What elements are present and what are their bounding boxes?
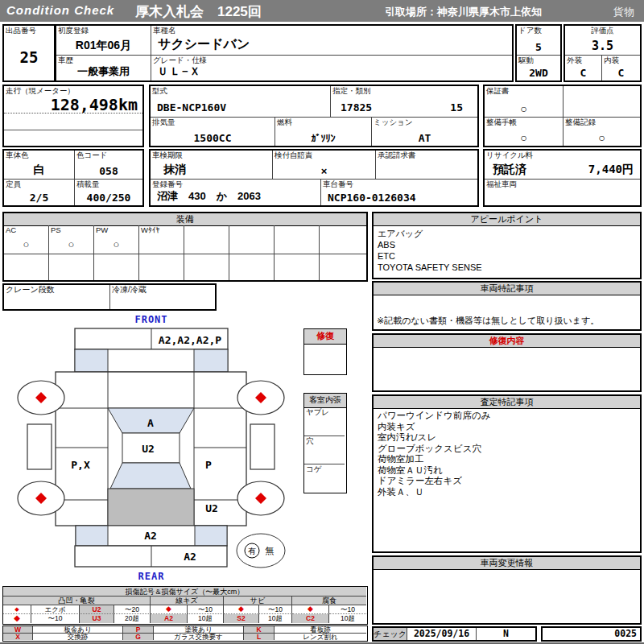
interior-label: 内装 — [604, 56, 619, 64]
warranty-value: ○ — [485, 102, 563, 115]
equip-cell-pw: PW ○ — [94, 225, 139, 254]
legend-box: 損傷記号＆損傷サイズ（〜最大cm） 凸凹・亀裂 線キズ サビ 腐食 ◆ エクボ … — [2, 586, 368, 625]
interior-value: C — [602, 67, 640, 79]
equip-label-wtire: Wﾀｲﾔ — [141, 226, 159, 234]
legend-title: 損傷記号＆損傷サイズ（〜最大cm） — [3, 587, 366, 597]
maintenance-record-value: ○ — [564, 131, 640, 144]
load-label: 積載量 — [76, 180, 100, 188]
legend-r1c5: 〜10 — [188, 605, 224, 614]
first-registration-label: 初度登録 — [58, 27, 89, 35]
check-inspector-cell: N — [477, 628, 535, 640]
fuel-cell: 燃料 ｶﾞｿﾘﾝ — [275, 118, 372, 146]
displacement-value: 1500CC — [151, 132, 275, 144]
freezer-cell: 冷凍/冷蔵 — [110, 285, 215, 309]
reg-number-label: 登録番号 — [152, 180, 183, 188]
equip-cell-r2-3 — [94, 254, 139, 280]
code-p: P — [123, 626, 154, 634]
score-box: 評価点 3.5 外装 C 内装 C — [564, 24, 642, 82]
model-code-cell: 型式 DBE-NCP160V — [151, 86, 331, 118]
legend-r1c3: 〜20 — [114, 605, 151, 614]
warranty-label: 保証書 — [486, 87, 510, 95]
exterior-cell: 外装 C — [565, 56, 602, 80]
body-color-label: 車体色 — [6, 151, 29, 159]
fuel-label: 燃料 — [277, 118, 292, 126]
brand-logo: Condition Check — [6, 3, 114, 17]
model-name-cell: 車種名 サクシードバン — [151, 26, 512, 56]
model-code-label: 型式 — [152, 87, 167, 95]
equip-cell-5 — [184, 225, 229, 254]
crane-cell: クレーン段数 — [4, 285, 110, 309]
cabin-row-hole-label: 穴 — [306, 437, 314, 445]
model-name-label: 車種名 — [153, 27, 176, 35]
equip-mark-ac: ○ — [4, 238, 48, 250]
doors-label: ドア数 — [518, 27, 542, 35]
cabin-row-burn-label: コゲ — [306, 465, 321, 473]
code-k: K — [244, 626, 275, 634]
interior-cell: 内装 C — [602, 56, 640, 80]
legend-r2c6: S2 — [224, 614, 259, 623]
legend-r2c2: U3 — [80, 614, 114, 623]
assessment-line: 荷物室ＡＵ汚れ — [378, 465, 490, 477]
capacity-cell: 定員 2/5 — [4, 180, 75, 205]
code-x: X — [3, 634, 33, 640]
equip-cell-r2-1 — [4, 254, 49, 280]
code-g-desc: ガラス交換要す — [154, 634, 244, 640]
equip-label-ac: AC — [6, 226, 16, 234]
equip-cell-6 — [229, 225, 275, 254]
legend-r2c4: A2 — [151, 614, 188, 623]
equip-cell-r2-7 — [275, 254, 320, 280]
pickup-location: 引取場所：神奈川県厚木市上依知 — [385, 5, 542, 19]
maintenance-book-cell: 整備手帳 ○ — [485, 118, 564, 146]
spare-no: 無 — [266, 546, 275, 556]
check-label-cell: チェック — [374, 628, 407, 640]
chassis-label: 車台番号 — [323, 180, 353, 188]
legend-r2c7: 10超 — [259, 614, 292, 623]
recycle-status: 預託済 — [493, 163, 526, 177]
history-value: 一般事業用 — [56, 64, 151, 79]
assessment-line: 室内汚れ/スレ — [378, 432, 490, 444]
color-code-label: 色コード — [76, 151, 107, 159]
equip-mark-ps: ○ — [49, 238, 93, 250]
equipment-box: 装備 AC ○ PS ○ PW ○ Wﾀｲﾔ — [2, 212, 368, 282]
legend-cat-dent: 凸凹・亀裂 — [3, 597, 151, 605]
change-info-box: 車両変更情報 — [372, 555, 642, 625]
zone-door-left: P,X — [71, 459, 90, 471]
door-drive-box: ドア数 5 駆動 2WD — [515, 24, 562, 82]
crane-label: クレーン段数 — [6, 286, 55, 294]
model-code-value: DBE-NCP160V — [157, 101, 226, 114]
equip-cell-r2-6 — [229, 254, 275, 280]
first-registration-value: R01年06月 — [56, 39, 151, 53]
color-box: 車体色 白 色コード 058 定員 2/5 積載量 400/250 — [2, 149, 144, 207]
zone-front-bumper-right: A2,A2,A2,P — [159, 334, 221, 346]
displacement-cell: 排気量 1500CC — [151, 118, 275, 146]
spare-yes: 有 — [248, 547, 256, 555]
divider-dotted — [4, 113, 142, 114]
legend-r2c1: 〜10 — [31, 614, 80, 623]
equip-cell-wtire: Wﾀｲﾔ — [139, 225, 184, 254]
legend-cat-scratch: 線キズ — [151, 597, 224, 605]
capacity-label: 定員 — [6, 180, 21, 188]
equip-cell-8 — [320, 225, 366, 254]
legend-r2c3: 20超 — [114, 614, 151, 623]
wheel-front-right — [237, 381, 284, 415]
insurance-value: × — [273, 165, 375, 177]
assessment-line: グローブボックスビス穴 — [378, 444, 490, 455]
legend-r1c7: 〜10 — [259, 605, 292, 614]
mileage-box: 走行（現メーター） 128,498km — [2, 85, 144, 147]
vehicle-notes-box: 車両特記事項 ※記載のない書類・機器等は無しとして取り扱います。 — [372, 281, 642, 331]
legend-r1c1: エクボ — [31, 605, 80, 614]
score-value: 3.5 — [565, 39, 640, 53]
wheel-rear-right — [237, 481, 284, 515]
freezer-label: 冷凍/冷蔵 — [112, 286, 147, 294]
color-code-value: 058 — [75, 165, 142, 177]
check-label: チェック — [374, 630, 407, 638]
front-label: FRONT — [134, 314, 167, 325]
auction-title: 厚木入札会 1225回 — [135, 2, 262, 21]
cabin-box: 客室内張 ヤブレ 穴 コゲ — [303, 393, 347, 493]
zone-roof: U2 — [142, 443, 155, 455]
reg-number-value: 沼津 430 か 2063 — [157, 189, 261, 204]
drive-cell: 駆動 2WD — [517, 56, 560, 80]
assessment-line: 外装Ａ、Ｕ — [378, 487, 490, 498]
maintenance-book-label: 整備手帳 — [486, 118, 517, 126]
welfare-label: 福祉車両 — [486, 180, 517, 188]
